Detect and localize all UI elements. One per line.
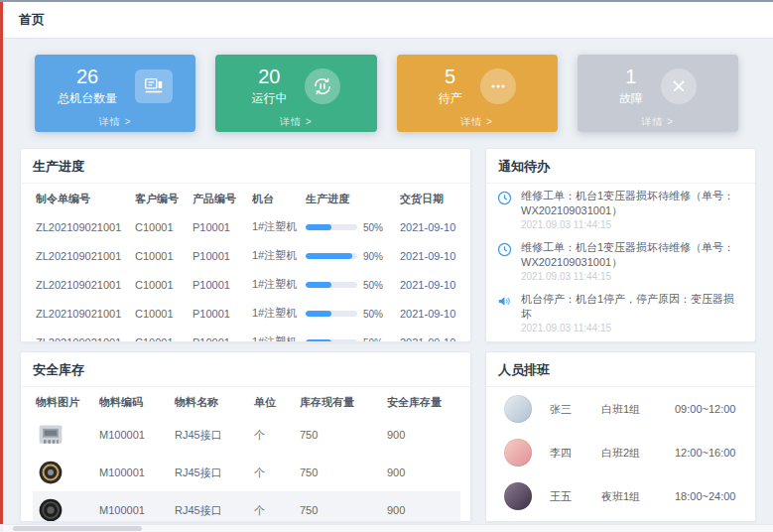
progress-fill [306,339,331,342]
production-progress-panel: 生产进度 制令单编号 客户编号 产品编号 机台 生产进度 交货日期 Z [20,148,471,342]
stock-on-hand: 750 [297,416,384,454]
standby-icon [480,68,516,104]
shift-label: 白班2组 [601,446,675,461]
notices-panel: 通知待办 维修工单：机台1变压器损坏待维修（单号：WX202109031001）… [485,148,756,342]
table-header-row: 制令单编号 客户编号 产品编号 机台 生产进度 交货日期 [33,184,458,212]
stat-card-running: 20 运行中 详情 > [215,55,376,132]
notice-item[interactable]: 计划暂停：机台1生产计划已暂停 2021.09.03 11:44:15 [486,338,755,342]
stat-label: 故障 [619,90,643,107]
running-icon [305,68,340,104]
safety-stock-qty: 900 [384,454,460,491]
material-unit: 个 [251,454,297,491]
progress-cell: 50% [303,299,397,328]
panel-title: 安全库存 [21,352,470,387]
schedule-row: 张三 白班1组 09:00~12:00 [486,387,755,431]
detail-link[interactable]: 详情 > [215,115,376,129]
customer-no: C10001 [132,241,190,270]
production-table: 制令单编号 客户编号 产品编号 机台 生产进度 交货日期 ZL202109021… [33,184,458,342]
material-name: RJ45接口 [172,454,251,491]
stat-card-total-machines: 26 总机台数量 详情 > [35,55,195,132]
dashboard-page: 首页 26 总机台数量 详情 > [0,0,773,532]
stock-on-hand: 750 [297,491,384,522]
detail-link[interactable]: 详情 > [397,115,558,129]
table-row: ZL202109021001 C10001 P10001 1#注塑机 50% 2… [33,212,458,241]
stat-card-standby: 5 待产 详情 > [397,55,558,132]
progress-bar [306,282,357,288]
order-no: ZL202109021001 [33,299,132,328]
rj45-port-image [36,421,65,449]
machine-name: 1#注塑机 [249,299,303,328]
delivery-date: 2021-09-10 [397,241,458,270]
delivery-date: 2021-09-10 [397,328,458,342]
progress-cell: 50% [303,212,397,241]
progress-bar [306,224,357,230]
column-header: 生产进度 [303,184,397,212]
schedule-row: 李四 白班2组 12:00~16:00 [486,431,755,474]
shift-label: 夜班1组 [601,489,675,504]
progress-cell: 90% [303,241,397,270]
progress-label: 50% [363,309,383,320]
avatar [504,482,532,510]
machine-name: 1#注塑机 [249,328,303,342]
horizontal-scrollbar[interactable] [3,524,773,532]
material-image-cell [33,491,96,522]
stat-value: 5 [439,66,462,87]
progress-bar [306,339,357,342]
notice-item[interactable]: 机台停产：机台1停产，停产原因：变压器损坏 2021.09.03 11:44:1… [486,287,755,338]
notice-text: 维修工单：机台1变压器损坏待维修（单号：WX202109031001） [521,240,745,269]
progress-bar [306,311,357,317]
material-code: M100001 [96,491,172,522]
material-name: RJ45接口 [172,491,251,522]
progress-label: 50% [363,222,383,233]
notice-item[interactable]: 维修工单：机台1变压器损坏待维修（单号：WX202109031001） 2021… [486,184,755,235]
column-header: 机台 [249,184,303,212]
customer-no: C10001 [132,212,190,241]
delivery-date: 2021-09-10 [397,270,458,299]
material-image-cell [33,416,96,454]
table-row: M100001 RJ45接口 个 750 900 [33,454,460,491]
detail-link[interactable]: 详情 > [35,115,195,129]
progress-fill [306,224,331,230]
table-row: ZL202109021001 C10001 P10001 1#注塑机 50% 2… [33,270,458,299]
scrollbar-thumb[interactable] [13,526,142,531]
stat-value: 26 [58,66,117,87]
person-name: 李四 [550,446,601,461]
product-no: P10001 [190,212,249,241]
order-no: ZL202109021001 [33,241,132,270]
detail-link[interactable]: 详情 > [578,115,738,129]
schedule-row: 王五 夜班1组 18:00~24:00 [486,474,755,518]
column-header: 制令单编号 [33,184,132,212]
notice-time: 2021.09.03 11:44:15 [521,271,745,283]
stat-label: 总机台数量 [58,90,117,107]
stat-cards-row: 26 总机台数量 详情 > 20 运行中 [35,55,738,132]
person-name: 王五 [550,489,601,504]
material-name: RJ45接口 [172,416,251,454]
progress-label: 90% [363,251,383,262]
speaker-image [36,496,65,522]
fault-tools-icon [661,68,697,104]
order-no: ZL202109021001 [33,270,132,299]
progress-label: 50% [363,337,383,342]
shift-label: 白班1组 [601,402,675,417]
column-header: 单位 [251,387,297,416]
machine-icon [135,69,173,103]
progress-fill [306,282,331,288]
machine-name: 1#注塑机 [249,212,303,241]
product-no: P10001 [190,241,249,270]
panel-title: 通知待办 [486,149,755,184]
column-header: 安全库存量 [384,387,460,416]
delivery-date: 2021-09-10 [397,212,458,241]
product-no: P10001 [190,270,249,299]
round-connector-image [36,459,65,486]
avatar [504,395,532,423]
order-no: ZL202109021001 [33,328,132,342]
page-tab-home[interactable]: 首页 [19,11,45,29]
safety-stock-qty: 900 [384,416,460,454]
notice-item[interactable]: 维修工单：机台1变压器损坏待维修（单号：WX202109031001） 2021… [486,235,755,287]
column-header: 产品编号 [190,184,249,212]
material-image-cell [33,454,96,491]
shift-time: 18:00~24:00 [675,490,735,502]
progress-bar [306,253,357,259]
safety-stock-panel: 安全库存 物料图片 物料编码 物料名称 单位 库存现有量 安全库存量 [20,351,471,522]
announcement-icon [496,293,513,310]
